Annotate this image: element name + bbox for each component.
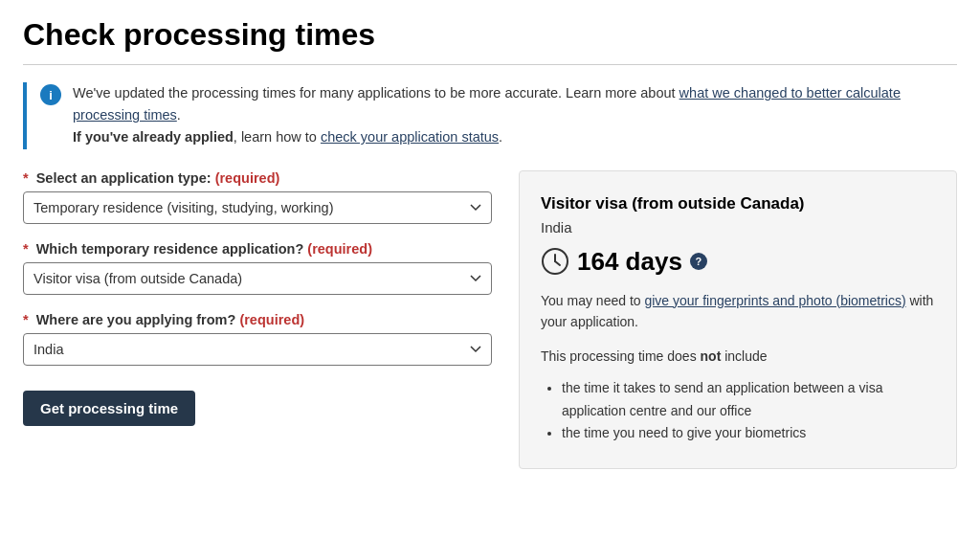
info-banner: i We've updated the processing times for… <box>23 82 957 149</box>
field-temp-residence-group: * Which temporary residence application?… <box>23 241 492 295</box>
result-biometrics-text-before: You may need to <box>541 293 644 308</box>
select-temp-residence-type[interactable]: Visitor visa (from outside Canada) Study… <box>23 262 492 295</box>
required-tag-2: (required) <box>307 241 372 257</box>
result-not-include-bold: not <box>701 348 722 364</box>
required-star-1: * <box>23 170 29 186</box>
field-applying-from-label: * Where are you applying from? (required… <box>23 312 492 327</box>
field-application-type-text: Select an application type: <box>36 170 212 186</box>
field-applying-from-group: * Where are you applying from? (required… <box>23 312 492 366</box>
svg-line-2 <box>555 261 560 265</box>
clock-icon <box>541 247 569 276</box>
field-application-type-group: * Select an application type: (required)… <box>23 170 492 224</box>
result-country: India <box>541 219 935 235</box>
required-star-2: * <box>23 241 29 257</box>
result-title: Visitor visa (from outside Canada) <box>541 194 935 213</box>
form-section: * Select an application type: (required)… <box>23 170 492 426</box>
page-title: Check processing times <box>23 17 957 53</box>
info-text-before-link2: , learn how to <box>234 129 321 145</box>
select-applying-from[interactable]: India United States United Kingdom China… <box>23 333 492 366</box>
result-not-include: This processing time does not include <box>541 346 935 367</box>
info-text-after-link1: . <box>177 107 181 123</box>
link-biometrics[interactable]: give your fingerprints and photo (biomet… <box>644 293 905 308</box>
field-application-type-label: * Select an application type: (required) <box>23 170 492 186</box>
info-bold: If you've already applied <box>73 129 234 145</box>
list-item-visa-centre: the time it takes to send an application… <box>562 377 935 423</box>
result-not-include-before: This processing time does <box>541 348 701 364</box>
help-icon[interactable]: ? <box>690 253 707 270</box>
required-star-3: * <box>23 312 29 327</box>
field-temp-residence-label: * Which temporary residence application?… <box>23 241 492 257</box>
result-days-text: 164 days <box>577 247 682 277</box>
list-item-biometrics: the time you need to give your biometric… <box>562 422 935 445</box>
field-temp-residence-text: Which temporary residence application? <box>36 241 304 257</box>
get-processing-time-button[interactable]: Get processing time <box>23 391 195 426</box>
result-days-row: 164 days ? <box>541 247 935 277</box>
info-text-before-link1: We've updated the processing times for m… <box>73 85 679 101</box>
select-application-type[interactable]: Temporary residence (visiting, studying,… <box>23 191 492 224</box>
result-card: Visitor visa (from outside Canada) India… <box>519 170 957 470</box>
info-icon: i <box>40 84 61 105</box>
info-text-after-link2: . <box>499 129 502 145</box>
required-tag-3: (required) <box>239 312 304 327</box>
result-exclusions-list: the time it takes to send an application… <box>541 377 935 445</box>
main-layout: * Select an application type: (required)… <box>23 170 957 470</box>
info-text: We've updated the processing times for m… <box>73 82 957 149</box>
result-biometrics: You may need to give your fingerprints a… <box>541 290 935 333</box>
link-check-application[interactable]: check your application status <box>321 129 499 145</box>
result-not-include-after: include <box>721 348 767 364</box>
field-applying-from-text: Where are you applying from? <box>36 312 236 327</box>
required-tag-1: (required) <box>215 170 280 186</box>
